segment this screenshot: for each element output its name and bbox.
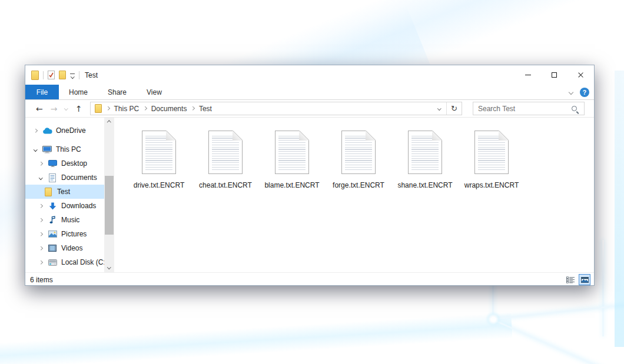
- file-grid: drive.txt.ENCRT cheat.txt.ENCRT blame.tx…: [128, 131, 522, 189]
- file-list-area[interactable]: drive.txt.ENCRT cheat.txt.ENCRT blame.tx…: [114, 118, 594, 272]
- chevron-down-icon[interactable]: [38, 176, 44, 179]
- music-note-icon: [47, 216, 58, 224]
- breadcrumb-chevron-icon[interactable]: [191, 106, 194, 110]
- statusbar: 6 items: [25, 272, 594, 286]
- chevron-right-icon[interactable]: [38, 247, 44, 250]
- view-toggles: [565, 274, 590, 285]
- large-icons-view-icon: [581, 277, 589, 283]
- close-button[interactable]: [567, 65, 594, 85]
- breadcrumb-chevron-icon[interactable]: [143, 106, 147, 110]
- sidebar-item-desktop[interactable]: Desktop: [25, 156, 104, 171]
- file-item[interactable]: forge.txt.ENCRT: [328, 131, 389, 189]
- recent-locations-icon[interactable]: [65, 106, 68, 110]
- sidebar-item-downloads[interactable]: Downloads: [25, 199, 104, 213]
- chevron-right-icon[interactable]: [32, 129, 38, 132]
- customize-quick-access-icon[interactable]: [70, 72, 75, 78]
- details-view-icon: [566, 276, 575, 283]
- forward-button[interactable]: →: [51, 105, 58, 113]
- breadcrumb-chevron-icon[interactable]: [106, 106, 109, 110]
- file-name: wraps.txt.ENCRT: [464, 181, 519, 189]
- sidebar-item-local-disk[interactable]: Local Disk (C:): [25, 255, 104, 269]
- file-name: blame.txt.ENCRT: [264, 181, 319, 189]
- chevron-right-icon[interactable]: [38, 162, 44, 165]
- sidebar-item-label: Test: [57, 188, 70, 196]
- up-button[interactable]: ↑: [75, 105, 82, 113]
- sidebar-item-onedrive[interactable]: OneDrive: [25, 123, 104, 138]
- sidebar-scrollbar[interactable]: [104, 118, 114, 272]
- address-bar[interactable]: This PC Documents Test ↻: [90, 102, 462, 115]
- breadcrumb-documents[interactable]: Documents: [151, 105, 187, 113]
- file-item[interactable]: shane.txt.ENCRT: [394, 131, 456, 189]
- tab-share[interactable]: Share: [98, 85, 137, 99]
- chevron-down-icon[interactable]: [32, 148, 38, 151]
- sidebar-item-test[interactable]: Test: [25, 185, 104, 199]
- sidebar-item-label: Downloads: [61, 202, 96, 210]
- search-input[interactable]: [473, 105, 572, 113]
- tab-view[interactable]: View: [137, 85, 172, 99]
- navigation-pane: OneDrive This PC Desktop: [25, 118, 104, 272]
- caption-buttons: [515, 65, 594, 85]
- help-button[interactable]: ?: [580, 88, 589, 97]
- sidebar-item-label: Documents: [61, 173, 97, 182]
- window-body: OneDrive This PC Desktop: [25, 118, 594, 272]
- file-item[interactable]: blame.txt.ENCRT: [261, 131, 323, 189]
- new-folder-icon[interactable]: [59, 71, 66, 79]
- separator: [43, 71, 44, 79]
- sidebar-item-music[interactable]: Music: [25, 213, 104, 227]
- scrollbar-thumb[interactable]: [105, 176, 114, 235]
- sidebar-item-pictures[interactable]: Pictures: [25, 227, 104, 241]
- search-icon[interactable]: [572, 106, 577, 111]
- large-icons-view-button[interactable]: [579, 274, 590, 285]
- sidebar-item-label: Videos: [61, 244, 82, 252]
- history-navigation: ← → ↑: [25, 105, 90, 113]
- sidebar-item-this-pc[interactable]: This PC: [25, 142, 104, 156]
- file-item[interactable]: drive.txt.ENCRT: [128, 131, 190, 189]
- chevron-right-icon[interactable]: [38, 261, 44, 264]
- chevron-right-icon[interactable]: [38, 219, 44, 222]
- file-item[interactable]: cheat.txt.ENCRT: [195, 131, 256, 189]
- desktop-monitor-icon: [47, 160, 58, 167]
- properties-check-icon[interactable]: [48, 71, 55, 79]
- computer-monitor-icon: [42, 146, 52, 153]
- ribbon-right-controls: ?: [569, 85, 589, 100]
- minimize-icon: [525, 75, 531, 75]
- sidebar-item-videos[interactable]: Videos: [25, 241, 104, 255]
- tab-file[interactable]: File: [25, 85, 59, 99]
- text-document-icon: [275, 131, 309, 174]
- file-name: cheat.txt.ENCRT: [199, 181, 252, 189]
- search-box[interactable]: [473, 102, 585, 115]
- folder-icon: [43, 188, 54, 196]
- breadcrumb-this-pc[interactable]: This PC: [114, 105, 140, 113]
- titlebar[interactable]: Test: [25, 65, 594, 85]
- sidebar-item-label: Local Disk (C:): [61, 258, 108, 266]
- scroll-down-icon[interactable]: [104, 262, 114, 272]
- sidebar-item-label: Music: [61, 216, 79, 224]
- windows-logo-line: [493, 304, 624, 320]
- scroll-up-icon[interactable]: [104, 118, 114, 128]
- text-document-icon: [408, 131, 442, 174]
- film-strip-icon: [47, 245, 58, 252]
- maximize-button[interactable]: [541, 65, 567, 85]
- sidebar-item-documents[interactable]: Documents: [25, 171, 104, 185]
- back-button[interactable]: ←: [36, 105, 43, 113]
- sidebar-item-label: Pictures: [61, 230, 87, 238]
- details-view-button[interactable]: [565, 274, 576, 285]
- item-count: 6 items: [25, 276, 53, 284]
- close-icon: [577, 72, 584, 78]
- window-title: Test: [85, 71, 98, 79]
- address-dropdown-icon[interactable]: [432, 107, 446, 110]
- chevron-right-icon[interactable]: [38, 205, 44, 208]
- refresh-button[interactable]: ↻: [446, 102, 462, 115]
- file-name: shane.txt.ENCRT: [397, 181, 452, 189]
- tab-home[interactable]: Home: [59, 85, 98, 99]
- file-item[interactable]: wraps.txt.ENCRT: [461, 131, 522, 189]
- download-arrow-icon: [47, 202, 58, 210]
- breadcrumb-test[interactable]: Test: [199, 105, 212, 113]
- sidebar-item-label: OneDrive: [56, 126, 86, 135]
- chevron-right-icon[interactable]: [38, 233, 44, 236]
- ribbon-tabs: File Home Share View ?: [25, 85, 594, 100]
- file-name: drive.txt.ENCRT: [134, 181, 184, 189]
- expand-ribbon-icon[interactable]: [569, 90, 573, 95]
- minimize-button[interactable]: [515, 65, 541, 85]
- windows-logo-edge-glow: [615, 71, 624, 347]
